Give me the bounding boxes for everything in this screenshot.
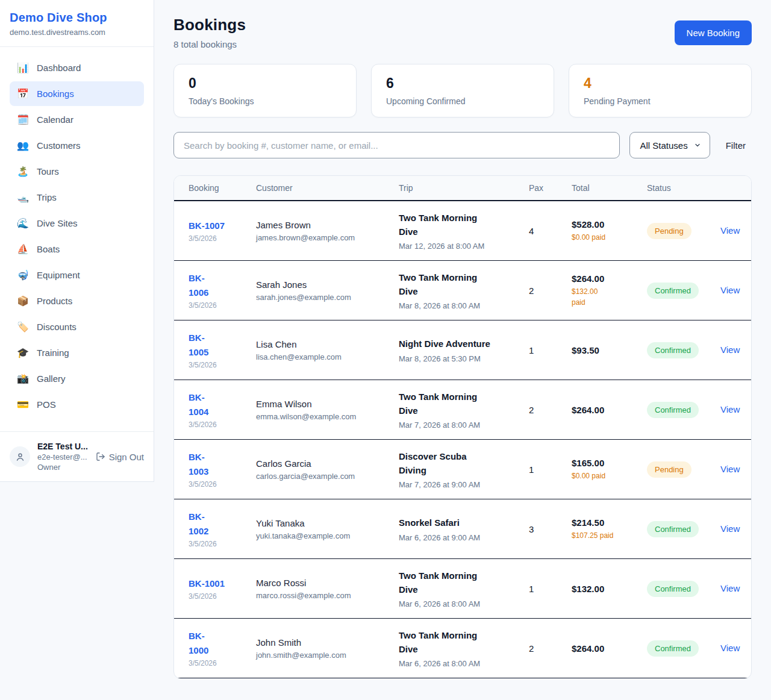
sidebar-item-customers[interactable]: 👥 Customers (10, 133, 144, 158)
stat-label: Upcoming Confirmed (386, 96, 539, 106)
trip-name: Two Tank Morning Dive (399, 390, 529, 418)
booking-cell: BK-1001 3/5/2026 (189, 577, 256, 601)
sidebar-item-boats[interactable]: ⛵ Boats (10, 237, 144, 261)
booking-created-date: 3/5/2026 (189, 301, 256, 310)
nav-item-icon: 🏷️ (17, 321, 29, 333)
customer-name: Marco Rossi (256, 578, 399, 588)
trip-datetime: Mar 8, 2026 at 5:30 PM (399, 354, 529, 363)
booking-id-link[interactable]: BK-1007 (189, 219, 256, 233)
paid-amount: $0.00 paid (572, 470, 647, 481)
sidebar-item-tours[interactable]: 🏝️ Tours (10, 159, 144, 184)
nav-item-label: Calendar (37, 115, 73, 124)
total-cell: $264.00 $132.00 paid (572, 273, 647, 308)
view-link[interactable]: View (720, 583, 740, 593)
total-cell: $528.00 $0.00 paid (572, 219, 647, 243)
column-header-trip: Trip (399, 183, 529, 193)
status-select[interactable]: All Statuses (629, 132, 710, 158)
booking-id-link[interactable]: BK- 1004 (189, 390, 256, 419)
sidebar-item-gallery[interactable]: 📸 Gallery (10, 366, 144, 391)
filter-button[interactable]: Filter (720, 140, 752, 151)
logout-icon (96, 452, 105, 461)
customer-name: James Brown (256, 220, 399, 230)
status-cell: Pending (647, 223, 720, 239)
sidebar-item-equipment[interactable]: 🤿 Equipment (10, 263, 144, 287)
booking-created-date: 3/5/2026 (189, 540, 256, 548)
pax-count: 2 (529, 286, 572, 296)
table-row: BK- 1004 3/5/2026 Emma Wilson emma.wilso… (174, 380, 751, 440)
nav-item-label: Tours (37, 167, 59, 176)
pax-count: 2 (529, 643, 572, 654)
status-badge: Confirmed (647, 640, 699, 657)
stats-row: 0 Today's Bookings 6 Upcoming Confirmed … (173, 64, 752, 117)
customer-email: emma.wilson@example.com (256, 412, 399, 421)
sign-out-label: Sign Out (109, 452, 144, 462)
nav-item-icon: 📸 (17, 373, 29, 384)
trip-cell: Snorkel Safari Mar 6, 2026 at 9:00 AM (399, 516, 529, 542)
search-input[interactable] (173, 132, 620, 158)
sidebar-item-dashboard[interactable]: 📊 Dashboard (10, 55, 144, 80)
booking-cell: BK- 1006 3/5/2026 (189, 271, 256, 310)
trip-datetime: Mar 6, 2026 at 8:00 AM (399, 659, 529, 668)
actions-cell: View (720, 345, 740, 355)
booking-cell: BK- 1005 3/5/2026 (189, 331, 256, 369)
page-header-text: Bookings 8 total bookings (173, 16, 246, 49)
sidebar-item-bookings[interactable]: 📅 Bookings (10, 81, 144, 106)
nav-item-icon: 🤿 (17, 269, 29, 281)
trip-name: Snorkel Safari (399, 516, 529, 530)
booking-created-date: 3/5/2026 (189, 234, 256, 243)
table-row: BK- 1000 3/5/2026 John Smith john.smith@… (174, 619, 751, 678)
stat-label: Today's Bookings (189, 96, 342, 106)
sidebar-nav: 📊 Dashboard 📅 Bookings 🗓️ Calendar 👥 Cus… (0, 47, 154, 431)
booking-created-date: 3/5/2026 (189, 361, 256, 369)
sidebar-item-discounts[interactable]: 🏷️ Discounts (10, 314, 144, 339)
sidebar: Demo Dive Shop demo.test.divestreams.com… (0, 0, 154, 482)
pax-count: 3 (529, 524, 572, 534)
column-header-status: Status (647, 183, 720, 193)
column-header-total: Total (572, 183, 647, 193)
view-link[interactable]: View (720, 643, 740, 653)
sidebar-item-products[interactable]: 📦 Products (10, 289, 144, 313)
sidebar-item-training[interactable]: 🎓 Training (10, 340, 144, 365)
view-link[interactable]: View (720, 345, 740, 355)
booking-id-link[interactable]: BK-1001 (189, 577, 256, 590)
booking-id-link[interactable]: BK- 1000 (189, 629, 256, 657)
booking-id-link[interactable]: BK- 1005 (189, 331, 256, 359)
total-amount: $264.00 (572, 643, 647, 654)
view-link[interactable]: View (720, 404, 740, 414)
total-amount: $165.00 (572, 458, 647, 468)
nav-item-label: Training (37, 348, 69, 357)
page-header: Bookings 8 total bookings New Booking (173, 16, 752, 49)
booking-id-link[interactable]: BK- 1003 (189, 450, 256, 478)
booking-id-link[interactable]: BK- 1006 (189, 271, 256, 299)
paid-amount: $132.00 paid (572, 286, 647, 308)
view-link[interactable]: View (720, 523, 740, 534)
sign-out-button[interactable]: Sign Out (96, 452, 144, 462)
nav-item-label: Products (37, 296, 72, 305)
view-link[interactable]: View (720, 285, 740, 295)
stat-label: Pending Payment (584, 96, 737, 106)
shop-header: Demo Dive Shop demo.test.divestreams.com (0, 0, 154, 47)
sidebar-item-pos[interactable]: 💳 POS (10, 392, 144, 417)
view-link[interactable]: View (720, 225, 740, 236)
total-amount: $528.00 (572, 219, 647, 230)
customer-email: john.smith@example.com (256, 651, 399, 660)
sidebar-item-calendar[interactable]: 🗓️ Calendar (10, 107, 144, 132)
sidebar-item-trips[interactable]: 🛥️ Trips (10, 185, 144, 210)
total-cell: $214.50 $107.25 paid (572, 517, 647, 541)
app-root: Demo Dive Shop demo.test.divestreams.com… (0, 0, 771, 698)
pax-count: 4 (529, 226, 572, 236)
view-link[interactable]: View (720, 464, 740, 474)
customer-email: yuki.tanaka@example.com (256, 531, 399, 540)
new-booking-button[interactable]: New Booking (675, 20, 752, 45)
booking-id-link[interactable]: BK- 1002 (189, 510, 256, 538)
trip-name: Two Tank Morning Dive (399, 628, 529, 657)
customer-email: carlos.garcia@example.com (256, 472, 399, 481)
customer-cell: Carlos Garcia carlos.garcia@example.com (256, 458, 399, 481)
customer-cell: John Smith john.smith@example.com (256, 637, 399, 660)
total-cell: $264.00 (572, 643, 647, 654)
actions-cell: View (720, 285, 740, 296)
sidebar-item-dive-sites[interactable]: 🌊 Dive Sites (10, 211, 144, 236)
status-badge: Confirmed (647, 521, 699, 537)
nav-item-label: Dive Sites (37, 219, 78, 228)
status-cell: Confirmed (647, 342, 720, 358)
